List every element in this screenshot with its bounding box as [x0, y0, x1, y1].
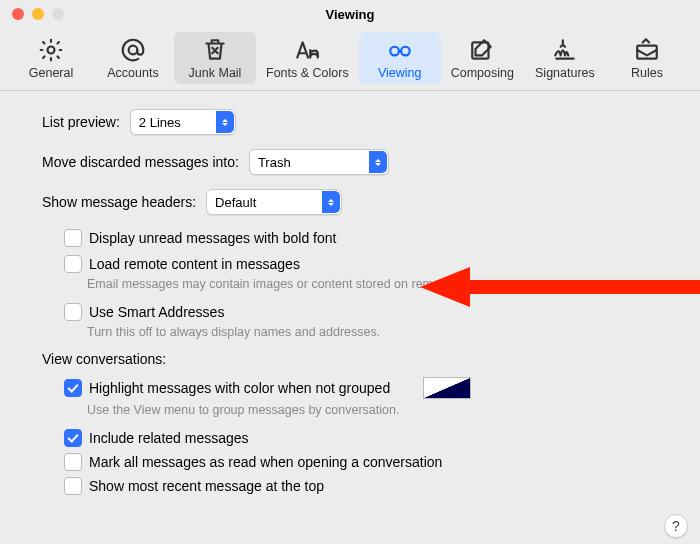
zoom-window-icon[interactable]: [52, 8, 64, 20]
options-group: Display unread messages with bold font L…: [64, 229, 660, 339]
tab-label: Rules: [631, 66, 663, 80]
tab-label: Viewing: [378, 66, 422, 80]
gear-icon: [37, 36, 65, 64]
tab-label: Signatures: [535, 66, 595, 80]
list-preview-select[interactable]: 2 Lines: [130, 109, 236, 135]
close-window-icon[interactable]: [12, 8, 24, 20]
mark-all-read-checkbox[interactable]: [64, 453, 82, 471]
stepper-arrows-icon: [322, 191, 340, 213]
most-recent-top-label: Show most recent message at the top: [89, 478, 324, 494]
move-discarded-select[interactable]: Trash: [249, 149, 389, 175]
svg-point-1: [129, 46, 138, 55]
select-value: Trash: [258, 155, 368, 170]
tab-junk-mail[interactable]: Junk Mail: [174, 32, 256, 84]
select-value: 2 Lines: [139, 115, 215, 130]
tab-label: Accounts: [107, 66, 158, 80]
include-related-checkbox[interactable]: [64, 429, 82, 447]
help-button[interactable]: ?: [664, 514, 688, 538]
minimize-window-icon[interactable]: [32, 8, 44, 20]
load-remote-checkbox[interactable]: [64, 255, 82, 273]
conversations-group: Highlight messages with color when not g…: [64, 377, 660, 495]
list-preview-label: List preview:: [42, 114, 120, 130]
tab-signatures[interactable]: Signatures: [524, 32, 606, 84]
compose-icon: [468, 36, 496, 64]
bold-unread-checkbox[interactable]: [64, 229, 82, 247]
view-conversations-title: View conversations:: [42, 351, 660, 367]
fonts-icon: [293, 36, 321, 64]
load-remote-label: Load remote content in messages: [89, 256, 300, 272]
stepper-arrows-icon: [216, 111, 234, 133]
svg-point-3: [401, 47, 410, 56]
smart-addresses-hint: Turn this off to always display names an…: [87, 325, 660, 339]
tab-label: Composing: [451, 66, 514, 80]
tab-label: General: [29, 66, 73, 80]
move-discarded-label: Move discarded messages into:: [42, 154, 239, 170]
glasses-icon: [386, 36, 414, 64]
tab-viewing[interactable]: Viewing: [359, 32, 441, 84]
include-related-label: Include related messages: [89, 430, 249, 446]
tab-label: Fonts & Colors: [266, 66, 349, 80]
at-icon: [119, 36, 147, 64]
bold-unread-label: Display unread messages with bold font: [89, 230, 336, 246]
tab-rules[interactable]: Rules: [606, 32, 688, 84]
show-headers-select[interactable]: Default: [206, 189, 342, 215]
rules-icon: [633, 36, 661, 64]
help-label: ?: [672, 518, 680, 534]
traffic-lights: [0, 8, 64, 20]
highlight-color-checkbox[interactable]: [64, 379, 82, 397]
mark-all-read-label: Mark all messages as read when opening a…: [89, 454, 442, 470]
show-headers-label: Show message headers:: [42, 194, 196, 210]
load-remote-hint: Email messages may contain images or con…: [87, 277, 660, 291]
window-title: Viewing: [0, 7, 700, 22]
highlight-color-hint: Use the View menu to group messages by c…: [87, 403, 660, 417]
preferences-toolbar: General Accounts Junk Mail Fonts & Color…: [0, 28, 700, 90]
svg-point-0: [48, 47, 55, 54]
tab-general[interactable]: General: [10, 32, 92, 84]
trash-x-icon: [201, 36, 229, 64]
svg-point-2: [390, 47, 399, 56]
viewing-pane: List preview: 2 Lines Move discarded mes…: [0, 91, 700, 509]
smart-addresses-checkbox[interactable]: [64, 303, 82, 321]
most-recent-top-checkbox[interactable]: [64, 477, 82, 495]
tab-composing[interactable]: Composing: [441, 32, 524, 84]
signature-icon: [551, 36, 579, 64]
titlebar: Viewing: [0, 0, 700, 28]
highlight-color-label: Highlight messages with color when not g…: [89, 380, 390, 396]
tab-fonts-colors[interactable]: Fonts & Colors: [256, 32, 359, 84]
tab-label: Junk Mail: [189, 66, 242, 80]
highlight-color-swatch[interactable]: [423, 377, 471, 399]
smart-addresses-label: Use Smart Addresses: [89, 304, 224, 320]
stepper-arrows-icon: [369, 151, 387, 173]
select-value: Default: [215, 195, 321, 210]
tab-accounts[interactable]: Accounts: [92, 32, 174, 84]
